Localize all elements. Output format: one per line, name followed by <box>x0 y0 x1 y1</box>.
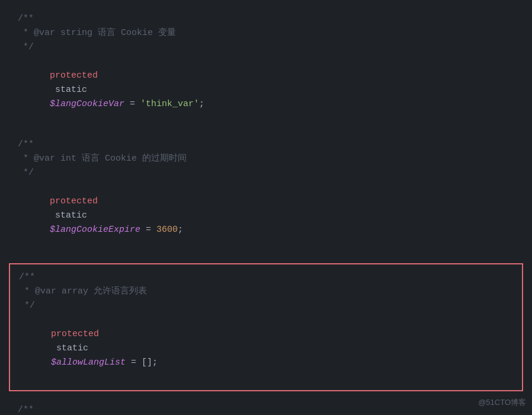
comment-line: /** <box>18 12 514 26</box>
operator: = <box>126 357 136 368</box>
comment-line: * @var array 允许语言列表 <box>19 285 513 299</box>
code-container: /** * @var string 语言 Cookie 变量 */ protec… <box>0 0 532 415</box>
code-block-2: /** * @var int 语言 Cookie 的过期时间 */ protec… <box>18 138 514 251</box>
comment-line: /** <box>19 270 513 285</box>
number-value: 3600 <box>151 225 178 235</box>
semicolon: ; <box>178 225 183 235</box>
semicolon: ; <box>152 357 158 368</box>
keyword-protected: protected <box>50 196 98 206</box>
comment-line: * @var string 语言 Cookie 变量 <box>18 26 514 40</box>
code-block-1: /** * @var string 语言 Cookie 变量 */ protec… <box>18 12 514 126</box>
code-block-3-highlighted: /** * @var array 允许语言列表 */ protected sta… <box>9 263 523 391</box>
comment-line: */ <box>18 166 514 180</box>
keyword-static: static <box>50 85 87 95</box>
operator: = <box>140 225 151 235</box>
var-name: $allowLangList <box>51 357 126 368</box>
comment-line: /** <box>18 403 514 415</box>
code-line-3: protected static $allowLangList = []; <box>19 313 513 384</box>
keyword-protected: protected <box>51 329 99 339</box>
code-block-4: /** * @var array Accept-Language 转义为对应语言… <box>18 403 514 415</box>
string-value: 'think_var' <box>135 99 199 109</box>
watermark: @51CTO博客 <box>478 397 526 409</box>
comment-line: * @var int 语言 Cookie 的过期时间 <box>18 152 514 166</box>
keyword-static: static <box>50 210 87 221</box>
keyword-static: static <box>51 343 88 353</box>
comment-line: */ <box>18 40 514 55</box>
code-line-1: protected static $langCookieVar = 'think… <box>18 55 514 126</box>
var-name: $langCookieExpire <box>50 225 140 235</box>
semicolon: ; <box>199 99 204 109</box>
comment-line: */ <box>19 299 513 313</box>
comment-line: /** <box>18 138 514 152</box>
array-value: [] <box>136 357 152 368</box>
keyword-protected: protected <box>50 71 98 81</box>
code-line-2: protected static $langCookieExpire = 360… <box>18 180 514 251</box>
var-name: $langCookieVar <box>50 99 124 109</box>
operator: = <box>124 99 135 109</box>
